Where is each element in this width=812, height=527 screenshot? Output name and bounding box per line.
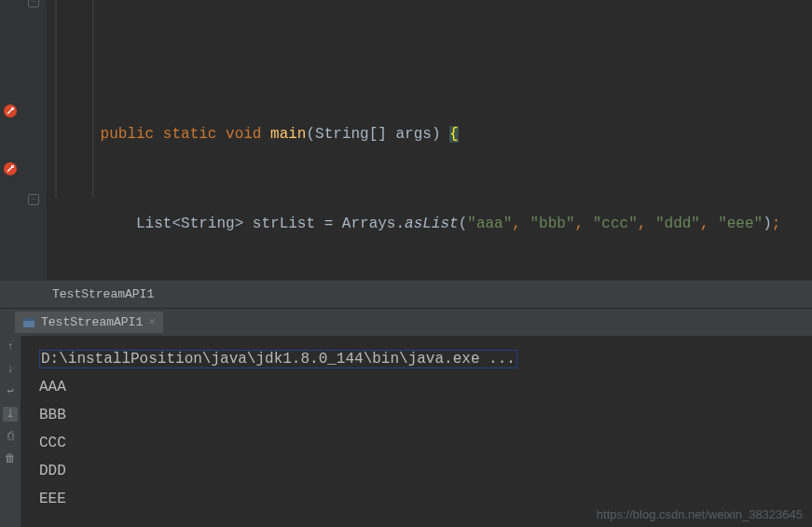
code-line: public static void main(String[] args) { (47, 119, 812, 149)
gutter-left (0, 0, 21, 280)
gutter-mid: − − (21, 0, 47, 280)
editor-area: − − public static void main(String[] arg… (0, 0, 812, 280)
console-line: BBB (39, 401, 793, 429)
console-line: D:\installPosition\java\jdk1.8.0_144\bin… (39, 345, 793, 373)
code-line (47, 298, 812, 328)
console-line: AAA (39, 373, 793, 401)
run-config-icon (22, 316, 35, 329)
arrow-up-icon[interactable]: ↑ (3, 340, 18, 354)
arrow-down-icon[interactable]: ↓ (3, 362, 18, 377)
console-panel: ↑ ↓ ↩ ⤓ ⎙ 🗑 D:\installPosition\java\jdk1… (0, 336, 812, 527)
soft-wrap-icon[interactable]: ↩ (3, 384, 18, 399)
console-gutter: ↑ ↓ ↩ ⤓ ⎙ 🗑 (0, 336, 21, 527)
watermark: https://blog.csdn.net/weixin_38323645 (597, 507, 803, 521)
code-editor[interactable]: public static void main(String[] args) {… (47, 0, 812, 280)
fold-icon[interactable]: − (28, 194, 39, 205)
trash-icon[interactable]: 🗑 (3, 451, 18, 466)
scroll-to-end-icon[interactable]: ⤓ (3, 407, 18, 422)
fold-icon[interactable]: − (28, 0, 39, 7)
print-icon[interactable]: ⎙ (3, 429, 18, 444)
console-line: DDD (39, 457, 793, 485)
svg-rect-3 (23, 318, 34, 321)
console-line: CCC (39, 429, 793, 457)
breakpoint-icon[interactable] (2, 160, 19, 177)
code-line: List<String> strList = Arrays.asList("aa… (47, 209, 812, 239)
breakpoint-icon[interactable] (2, 103, 19, 119)
console-output[interactable]: D:\installPosition\java\jdk1.8.0_144\bin… (21, 336, 812, 527)
